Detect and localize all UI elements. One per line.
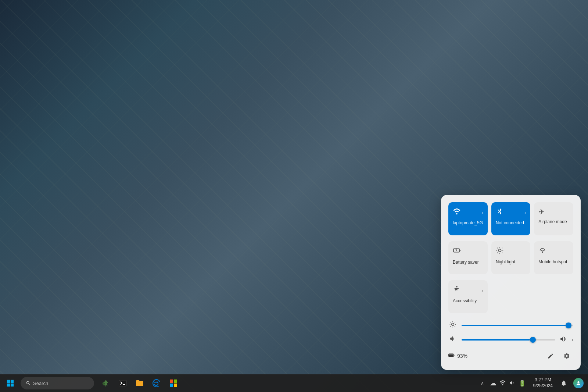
svg-rect-25	[449, 354, 453, 356]
bluetooth-label: Not connected	[496, 220, 524, 226]
clock-time: 3:27 PM	[535, 377, 551, 383]
svg-rect-2	[459, 250, 460, 251]
edit-button[interactable]	[544, 349, 557, 363]
volume-end-icon[interactable]	[560, 336, 566, 344]
wifi-chevron: ›	[481, 210, 483, 215]
accessibility-tile[interactable]: › Accessibility	[448, 280, 488, 313]
svg-point-3	[498, 249, 501, 252]
clock-date: 9/25/2024	[533, 383, 553, 389]
qs-bottom-bar: 93%	[448, 349, 573, 363]
svg-rect-24	[453, 355, 454, 356]
volume-expand-icon[interactable]: ›	[571, 337, 573, 343]
accessibility-label: Accessibility	[453, 298, 477, 304]
airplane-label: Airplane mode	[538, 219, 567, 225]
svg-point-37	[577, 381, 579, 383]
volume-tray-icon[interactable]	[509, 379, 516, 387]
taskbar-app-terminal[interactable]	[115, 376, 130, 391]
taskbar: Search	[0, 374, 588, 392]
start-button[interactable]	[3, 376, 18, 391]
svg-line-18	[455, 326, 455, 327]
volume-icon	[448, 335, 457, 344]
mobile-hotspot-label: Mobile hotspot	[538, 259, 567, 265]
svg-rect-35	[174, 384, 177, 387]
svg-rect-29	[11, 384, 14, 386]
svg-line-11	[502, 248, 502, 248]
svg-rect-28	[7, 384, 10, 386]
svg-rect-30	[119, 380, 126, 386]
user-avatar[interactable]	[573, 378, 584, 388]
qs-bottom-icons	[544, 349, 573, 363]
bluetooth-tile[interactable]: › Not connected	[491, 202, 531, 235]
night-light-icon	[496, 246, 504, 256]
svg-point-14	[452, 323, 454, 326]
volume-slider[interactable]	[462, 336, 555, 343]
night-light-label: Night light	[496, 259, 515, 265]
night-light-tile[interactable]: Night light	[491, 241, 531, 274]
battery-saver-label: Battery saver	[453, 260, 479, 266]
mobile-hotspot-icon	[538, 246, 546, 256]
accessibility-chevron: ›	[481, 288, 483, 293]
battery-saver-tile[interactable]: Battery saver	[448, 241, 488, 274]
tray-chevron[interactable]: ∧	[479, 379, 485, 387]
svg-line-21	[451, 326, 451, 327]
settings-button[interactable]	[560, 349, 573, 363]
svg-rect-33	[174, 379, 177, 383]
svg-rect-32	[170, 379, 173, 383]
quick-settings-panel: › laptopmate_5G › Not connected ✈ Airpla…	[441, 195, 581, 370]
battery-tray-icon[interactable]: 🔋	[519, 380, 526, 387]
svg-line-17	[451, 322, 451, 322]
search-bar[interactable]: Search	[21, 377, 94, 389]
battery-percentage: 93%	[457, 353, 467, 359]
brightness-slider-row	[448, 321, 573, 330]
notification-button[interactable]	[557, 377, 570, 390]
taskbar-app-nature[interactable]	[98, 376, 113, 391]
svg-point-0	[456, 213, 458, 215]
tiles-row-2: Battery saver	[448, 241, 573, 274]
brightness-icon	[448, 321, 457, 330]
svg-point-36	[502, 384, 503, 385]
mobile-hotspot-tile[interactable]: Mobile hotspot	[534, 241, 573, 274]
wifi-label: laptopmate_5G	[453, 220, 483, 226]
svg-line-22	[455, 322, 455, 322]
svg-line-7	[502, 253, 502, 253]
taskbar-right: ∧ ☁ 🔋 3:27 PM	[479, 377, 585, 390]
bluetooth-chevron: ›	[524, 210, 526, 215]
airplane-icon: ✈	[538, 207, 545, 216]
svg-line-6	[497, 248, 498, 248]
battery-info: 93%	[448, 352, 467, 360]
tiles-row-1: › laptopmate_5G › Not connected ✈ Airpla…	[448, 202, 573, 235]
onedrive-icon[interactable]: ☁	[490, 379, 496, 387]
airplane-tile[interactable]: ✈ Airplane mode	[534, 202, 573, 235]
accessibility-icon	[453, 285, 461, 295]
wifi-tray-icon[interactable]	[499, 379, 506, 387]
battery-saver-icon	[453, 246, 461, 257]
bluetooth-icon	[496, 207, 504, 217]
volume-slider-row: ›	[448, 335, 573, 344]
svg-rect-26	[7, 380, 10, 383]
svg-point-12	[542, 252, 543, 253]
system-tray-icons: ☁ 🔋	[487, 378, 529, 389]
search-label: Search	[33, 381, 48, 386]
svg-point-13	[456, 286, 458, 288]
taskbar-app-files[interactable]	[132, 376, 147, 391]
svg-line-10	[497, 253, 498, 253]
taskbar-app-store[interactable]	[166, 376, 181, 391]
brightness-slider[interactable]	[462, 322, 573, 329]
tiles-row-3: › Accessibility	[448, 280, 573, 313]
wifi-icon	[453, 207, 461, 217]
taskbar-clock[interactable]: 3:27 PM 9/25/2024	[530, 377, 556, 389]
svg-rect-34	[170, 384, 173, 387]
battery-status-icon	[448, 352, 455, 360]
svg-rect-27	[11, 380, 14, 383]
wifi-tile[interactable]: › laptopmate_5G	[448, 202, 488, 235]
taskbar-app-edge[interactable]	[149, 376, 164, 391]
taskbar-apps	[98, 376, 181, 391]
